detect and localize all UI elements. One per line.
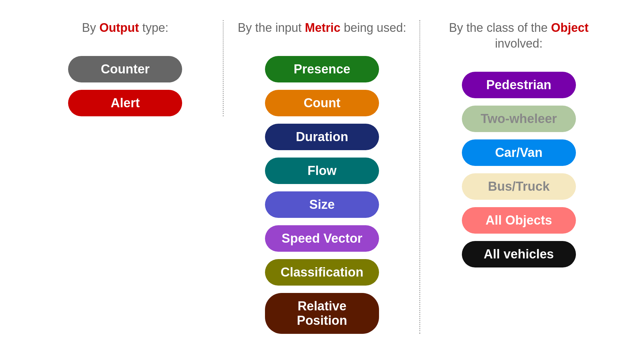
column-title-object-class: By the class of the Object involved: — [434, 20, 604, 52]
badge-counter[interactable]: Counter — [68, 56, 182, 82]
badges-list-metric: PresenceCountDurationFlowSizeSpeed Vecto… — [237, 56, 407, 334]
badge-alert[interactable]: Alert — [68, 90, 182, 116]
badge-speedvector[interactable]: Speed Vector — [265, 225, 379, 252]
badge-allvehicles[interactable]: All vehicles — [462, 241, 576, 267]
badges-list-output-type: CounterAlert — [40, 56, 210, 116]
column-object-class: By the class of the Object involved:Pede… — [420, 20, 617, 267]
badge-pedestrian[interactable]: Pedestrian — [462, 72, 576, 98]
column-title-metric: By the input Metric being used: — [238, 20, 406, 36]
badge-duration[interactable]: Duration — [265, 124, 379, 150]
badge-relativeposition[interactable]: Relative Position — [265, 293, 379, 334]
main-container: By Output type:CounterAlertBy the input … — [0, 0, 644, 362]
badge-classification[interactable]: Classification — [265, 259, 379, 286]
badge-presence[interactable]: Presence — [265, 56, 379, 82]
badge-allobjects[interactable]: All Objects — [462, 207, 576, 234]
column-title-output-type: By Output type: — [82, 20, 168, 36]
badge-carvan[interactable]: Car/Van — [462, 139, 576, 166]
badges-list-object-class: PedestrianTwo-wheleerCar/VanBus/TruckAll… — [434, 72, 604, 267]
badge-flow[interactable]: Flow — [265, 158, 379, 184]
column-metric: By the input Metric being used:PresenceC… — [224, 20, 421, 334]
badge-count[interactable]: Count — [265, 90, 379, 116]
column-output-type: By Output type:CounterAlert — [27, 20, 224, 116]
badge-size[interactable]: Size — [265, 191, 379, 218]
badge-bustruck[interactable]: Bus/Truck — [462, 173, 576, 200]
badge-twowheeler[interactable]: Two-wheleer — [462, 106, 576, 132]
